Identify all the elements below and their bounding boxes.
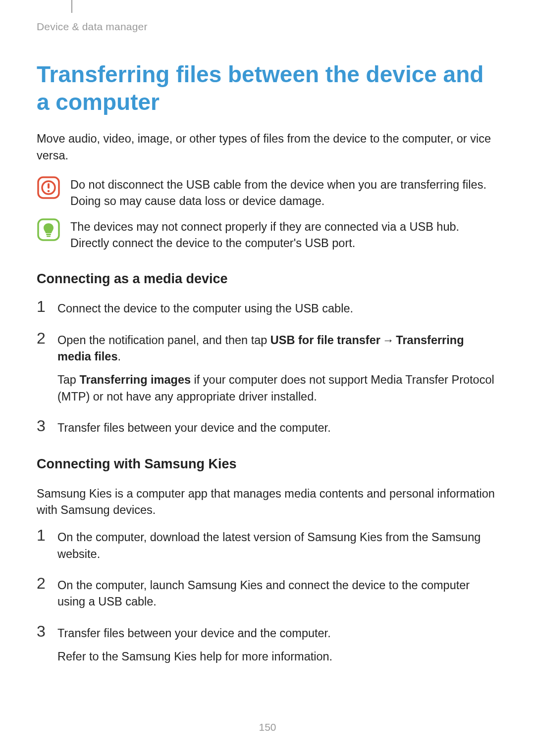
step-extra-prefix: Tap	[57, 373, 79, 386]
page-title: Transferring files between the device an…	[37, 60, 498, 116]
step-item: 2 On the computer, launch Samsung Kies a…	[37, 577, 498, 610]
section-intro: Samsung Kies is a computer app that mana…	[37, 486, 498, 519]
step-text: Transfer files between your device and t…	[57, 625, 332, 665]
step-suffix: .	[117, 350, 121, 363]
intro-paragraph: Move audio, video, image, or other types…	[37, 131, 498, 164]
page-number: 150	[0, 721, 535, 733]
step-number: 1	[37, 527, 49, 543]
step-text: On the computer, launch Samsung Kies and…	[57, 577, 498, 610]
step-item: 3 Transfer files between your device and…	[37, 420, 498, 436]
step-extra-text: Refer to the Samsung Kies help for more …	[57, 649, 332, 665]
step-number: 2	[37, 575, 49, 591]
caution-callout: Do not disconnect the USB cable from the…	[37, 176, 498, 210]
step-text: Connect the device to the computer using…	[57, 301, 353, 317]
section-heading-samsung-kies: Connecting with Samsung Kies	[37, 456, 498, 472]
caution-text: Do not disconnect the USB cable from the…	[70, 176, 498, 210]
ui-label-transferring-images: Transferring images	[79, 373, 191, 386]
svg-point-3	[48, 190, 50, 193]
svg-rect-2	[48, 183, 50, 189]
note-icon	[37, 218, 60, 242]
step-main-text: Transfer files between your device and t…	[57, 625, 332, 642]
step-item: 1 On the computer, download the latest v…	[37, 529, 498, 562]
step-number: 3	[37, 623, 49, 639]
manual-page: Device & data manager Transferring files…	[0, 0, 535, 756]
step-item: 1 Connect the device to the computer usi…	[37, 301, 498, 317]
section-heading-media-device: Connecting as a media device	[37, 271, 498, 287]
step-prefix: Open the notification panel, and then ta…	[57, 334, 270, 347]
step-item: 3 Transfer files between your device and…	[37, 625, 498, 665]
step-item: 2 Open the notification panel, and then …	[37, 332, 498, 405]
step-number: 1	[37, 299, 49, 314]
note-text: The devices may not connect properly if …	[70, 218, 498, 252]
ui-label-usb-transfer: USB for file transfer	[270, 334, 380, 347]
step-number: 3	[37, 418, 49, 434]
step-text: Open the notification panel, and then ta…	[57, 332, 498, 405]
step-number: 2	[37, 330, 49, 346]
top-tick-mark	[71, 0, 72, 13]
svg-rect-5	[46, 234, 51, 235]
arrow-right-icon: →	[380, 334, 396, 347]
note-callout: The devices may not connect properly if …	[37, 218, 498, 252]
caution-icon	[37, 176, 60, 200]
step-text: Transfer files between your device and t…	[57, 420, 331, 436]
breadcrumb: Device & data manager	[37, 21, 498, 33]
svg-rect-6	[47, 236, 51, 237]
step-text: On the computer, download the latest ver…	[57, 529, 498, 562]
